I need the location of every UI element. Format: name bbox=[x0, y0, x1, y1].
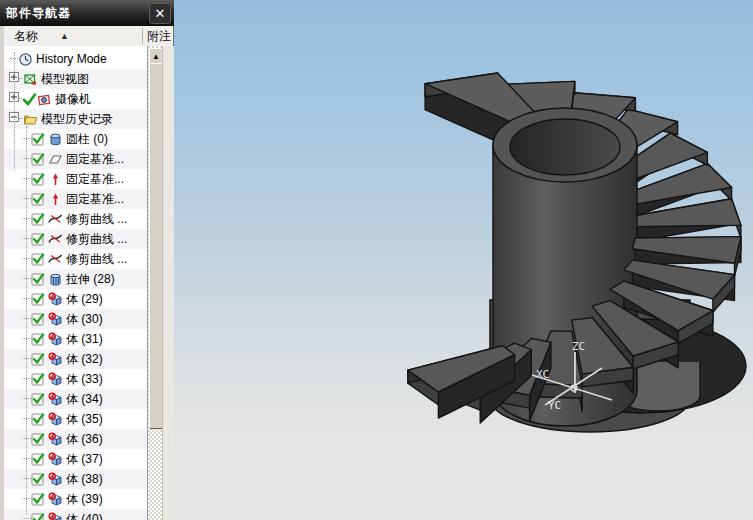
extrude-icon bbox=[48, 272, 63, 287]
checkbox-checked-icon[interactable] bbox=[31, 232, 46, 247]
body-icon bbox=[48, 292, 63, 307]
tree-item-label: 体 (34) bbox=[66, 391, 103, 408]
body-icon bbox=[48, 512, 63, 520]
body-icon bbox=[48, 432, 63, 447]
model-views-icon bbox=[23, 72, 38, 87]
checkbox-checked-icon[interactable] bbox=[31, 172, 46, 187]
tree-item-label: 圆柱 (0) bbox=[66, 131, 108, 148]
panel-titlebar[interactable]: 部件导航器 ✕ bbox=[0, 0, 174, 26]
body-icon bbox=[48, 392, 63, 407]
tree-column-header[interactable]: 名称 ▲ 附注 bbox=[4, 26, 173, 47]
tree-item-label: 体 (37) bbox=[66, 451, 103, 468]
column-name[interactable]: 名称 bbox=[4, 28, 38, 45]
feature-tree: History Mode模型视图摄像机模型历史记录圆柱 (0)固定基准...固定… bbox=[4, 46, 147, 520]
tree-item-label: 体 (30) bbox=[66, 311, 103, 328]
clock-icon bbox=[18, 52, 33, 67]
tree-item-label: 体 (33) bbox=[66, 371, 103, 388]
part-navigator-panel: 部件导航器 ✕ 名称 ▲ 附注 History Mode模型视图摄像机模型历史记… bbox=[0, 0, 174, 520]
close-icon[interactable]: ✕ bbox=[149, 3, 171, 24]
tree-item-label: 体 (36) bbox=[66, 431, 103, 448]
checkbox-checked-icon[interactable] bbox=[31, 272, 46, 287]
checkbox-checked-icon[interactable] bbox=[31, 332, 46, 347]
checkbox-checked-icon[interactable] bbox=[31, 252, 46, 267]
tree-item-label: 体 (31) bbox=[66, 331, 103, 348]
tree-guide-line bbox=[26, 126, 28, 514]
tree-item-label: 体 (32) bbox=[66, 351, 103, 368]
column-separator[interactable] bbox=[142, 28, 143, 44]
checkbox-checked-icon[interactable] bbox=[31, 432, 46, 447]
tree-item-label: 体 (40) bbox=[66, 511, 103, 520]
body-icon bbox=[48, 352, 63, 367]
checkbox-checked-icon[interactable] bbox=[31, 192, 46, 207]
tree-item-2[interactable]: 摄像机 bbox=[4, 89, 147, 109]
datum-plane-icon bbox=[48, 152, 63, 167]
checkbox-checked-icon[interactable] bbox=[31, 312, 46, 327]
sort-ascending-icon[interactable]: ▲ bbox=[60, 31, 69, 41]
body-icon bbox=[48, 452, 63, 467]
checkbox-checked-icon[interactable] bbox=[31, 392, 46, 407]
tree-item-label: 体 (38) bbox=[66, 471, 103, 488]
trim-curve-icon bbox=[48, 252, 63, 267]
checkbox-checked-icon[interactable] bbox=[31, 132, 46, 147]
tree-guide-line bbox=[14, 52, 16, 170]
tree-item-label: History Mode bbox=[36, 52, 107, 66]
wcs-axis-label: YC bbox=[548, 399, 561, 412]
tree-item-label: 模型历史记录 bbox=[41, 111, 113, 128]
body-icon bbox=[48, 372, 63, 387]
body-icon bbox=[48, 332, 63, 347]
folder-open-icon bbox=[23, 112, 38, 127]
datum-axis-icon bbox=[48, 192, 63, 207]
checkbox-checked-icon[interactable] bbox=[31, 292, 46, 307]
tree-item-label: 修剪曲线 ... bbox=[66, 231, 127, 248]
panel-title: 部件导航器 bbox=[0, 5, 71, 22]
tree-item-label: 体 (29) bbox=[66, 291, 103, 308]
scroll-up-icon[interactable]: ▲ bbox=[149, 48, 163, 64]
app-window: ZCXCYC 部件导航器 ✕ 名称 ▲ 附注 History Mode模型视图摄… bbox=[0, 0, 753, 520]
tree-item-label: 模型视图 bbox=[41, 71, 89, 88]
trim-curve-icon bbox=[48, 212, 63, 227]
panel-gutter bbox=[162, 46, 174, 520]
tree-item-label: 修剪曲线 ... bbox=[66, 251, 127, 268]
checkbox-checked-icon[interactable] bbox=[31, 512, 46, 520]
camera-icon bbox=[37, 92, 52, 107]
checkbox-checked-icon[interactable] bbox=[31, 492, 46, 507]
column-attachment[interactable]: 附注 bbox=[147, 28, 171, 45]
body-icon bbox=[48, 312, 63, 327]
checkbox-checked-icon[interactable] bbox=[31, 352, 46, 367]
scrollbar-thumb[interactable] bbox=[149, 63, 163, 429]
viewport-3d[interactable]: ZCXCYC bbox=[174, 0, 753, 520]
tree-item-0[interactable]: History Mode bbox=[4, 49, 147, 69]
checkbox-checked-icon[interactable] bbox=[31, 452, 46, 467]
spiral-staircase-model: ZCXCYC bbox=[174, 0, 753, 520]
checkbox-checked-icon[interactable] bbox=[31, 212, 46, 227]
tree-item-label: 体 (39) bbox=[66, 491, 103, 508]
tree-item-label: 固定基准... bbox=[66, 151, 124, 168]
tree-item-label: 修剪曲线 ... bbox=[66, 211, 127, 228]
checkbox-checked-icon[interactable] bbox=[31, 372, 46, 387]
body-icon bbox=[48, 472, 63, 487]
checkbox-checked-icon[interactable] bbox=[31, 412, 46, 427]
cylinder-icon bbox=[48, 132, 63, 147]
body-icon bbox=[48, 492, 63, 507]
green-check-icon bbox=[22, 92, 37, 107]
wcs-axis-label: ZC bbox=[572, 340, 585, 353]
tree-item-label: 拉伸 (28) bbox=[66, 271, 115, 288]
tree-item-label: 体 (35) bbox=[66, 411, 103, 428]
tree-scrollbar[interactable]: ▲ bbox=[147, 46, 162, 520]
tree-item-label: 摄像机 bbox=[55, 91, 91, 108]
body-icon bbox=[48, 412, 63, 427]
checkbox-checked-icon[interactable] bbox=[31, 152, 46, 167]
wcs-axis-label: XC bbox=[536, 368, 549, 381]
tree-item-1[interactable]: 模型视图 bbox=[4, 69, 147, 89]
tree-item-label: 固定基准... bbox=[66, 171, 124, 188]
trim-curve-icon bbox=[48, 232, 63, 247]
tree-item-label: 固定基准... bbox=[66, 191, 124, 208]
checkbox-checked-icon[interactable] bbox=[31, 472, 46, 487]
datum-axis-icon bbox=[48, 172, 63, 187]
